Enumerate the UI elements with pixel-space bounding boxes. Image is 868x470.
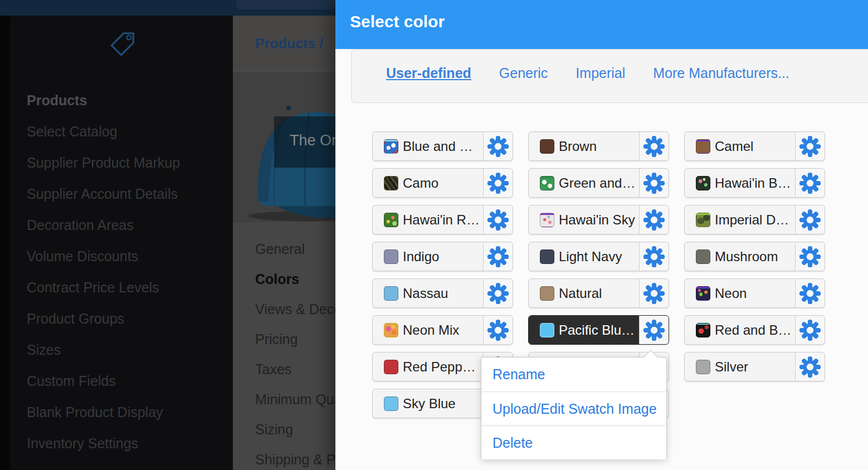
select-color-modal: Select color User-definedGenericImperial…	[335, 0, 868, 470]
product-section-nav-item[interactable]: Views & Deco	[233, 294, 335, 324]
color-settings-button[interactable]	[639, 316, 669, 344]
sidebar-item[interactable]: Custom Fields	[0, 365, 233, 396]
color-option-label-area[interactable]: Brown	[529, 132, 639, 160]
product-detail-panel: Products / The Ori GeneralColorsViews & …	[233, 16, 335, 470]
color-settings-button[interactable]	[483, 242, 513, 271]
color-filter-tab[interactable]: More Manufacturers...	[653, 65, 789, 84]
color-option-name: Mushroom	[715, 249, 778, 265]
color-option-label-area[interactable]: Natural	[529, 279, 639, 307]
color-option-label-area[interactable]: Neon	[685, 279, 795, 307]
color-option[interactable]: Hawai'in B…	[684, 168, 825, 198]
color-option[interactable]: Brown	[528, 131, 669, 161]
color-filter-tab[interactable]: Generic	[499, 65, 548, 84]
color-swatch	[384, 213, 398, 227]
color-filter-tab[interactable]: User-defined	[386, 65, 471, 84]
product-section-nav-item[interactable]: Colors	[233, 264, 335, 294]
color-settings-button[interactable]	[483, 169, 513, 197]
color-option-label-area[interactable]: Camel	[685, 132, 795, 160]
color-option[interactable]: Light Navy	[528, 242, 669, 271]
sidebar-item[interactable]: Select Catalog	[0, 116, 233, 147]
sidebar-item[interactable]: Inventory Settings	[0, 428, 233, 459]
color-option-label-area[interactable]: Pacific Blu…	[529, 316, 639, 344]
sidebar-item-label: Product Groups	[27, 311, 124, 326]
sidebar-item-label: Sizes	[27, 342, 61, 358]
color-option-label-area[interactable]: Red and B…	[685, 316, 795, 344]
color-option-label-area[interactable]: Silver	[685, 352, 795, 381]
product-section-nav-item[interactable]: Minimum Qua	[233, 384, 335, 414]
color-option[interactable]: Mushroom	[684, 242, 825, 271]
sidebar-item[interactable]: Product Groups	[0, 303, 233, 334]
color-option[interactable]: Blue and …	[372, 131, 513, 161]
color-option-label-area[interactable]: Indigo	[373, 242, 483, 271]
color-option-label-area[interactable]: Light Navy	[529, 242, 639, 271]
search-input[interactable]	[236, 0, 335, 9]
color-option[interactable]: Silver	[684, 352, 825, 381]
product-section-nav-item[interactable]: Pricing	[233, 324, 335, 354]
color-settings-button[interactable]	[639, 279, 669, 307]
gear-icon	[799, 319, 821, 341]
color-option[interactable]: Camel	[684, 131, 825, 161]
color-option[interactable]: Pacific Blu…	[528, 315, 669, 345]
color-option-label-area[interactable]: Red Pepp…	[373, 352, 483, 381]
sidebar-item[interactable]: Volume Discounts	[0, 241, 233, 272]
color-settings-button[interactable]	[795, 352, 825, 381]
color-option-label-area[interactable]: Hawai'in B…	[685, 169, 795, 197]
color-option-label-area[interactable]: Camo	[373, 169, 483, 197]
color-option-label-area[interactable]: Blue and …	[373, 132, 483, 160]
color-option[interactable]: Indigo	[372, 242, 513, 271]
color-option[interactable]: Hawai'in Sky	[528, 205, 669, 234]
sidebar-item[interactable]: Contract Price Levels	[0, 272, 233, 303]
sidebar-item[interactable]: Sizes	[0, 334, 233, 365]
sidebar-item-label: Decoration Areas	[27, 217, 134, 233]
context-menu-item-label: Rename	[492, 366, 545, 382]
color-swatch	[384, 323, 398, 337]
color-option-label-area[interactable]: Imperial D…	[685, 205, 795, 234]
sidebar-item[interactable]: Products	[0, 85, 233, 116]
color-settings-button[interactable]	[795, 316, 825, 344]
color-option[interactable]: Neon	[684, 278, 825, 308]
product-section-nav-item[interactable]: Shipping & P	[233, 444, 335, 470]
color-settings-button[interactable]	[795, 279, 825, 307]
sidebar-item[interactable]: Supplier Product Markup	[0, 147, 233, 178]
product-section-nav-item[interactable]: Taxes	[233, 354, 335, 384]
color-option-label-area[interactable]: Hawai'in Sky	[529, 205, 639, 234]
breadcrumb[interactable]: Products /	[255, 36, 323, 52]
sidebar-item[interactable]: Supplier Account Details	[0, 178, 233, 209]
color-settings-button[interactable]	[795, 242, 825, 271]
color-option[interactable]: Hawai'in R…	[372, 205, 513, 234]
color-option[interactable]: Neon Mix	[372, 315, 513, 345]
color-option-label-area[interactable]: Neon Mix	[373, 316, 483, 344]
color-settings-button[interactable]	[795, 169, 825, 197]
sidebar-item[interactable]: Blank Product Display	[0, 396, 233, 428]
context-menu-item[interactable]: Rename	[481, 358, 666, 391]
color-swatch	[696, 249, 710, 264]
color-option[interactable]: Nassau	[372, 278, 513, 308]
color-settings-button[interactable]	[483, 316, 513, 344]
color-option-label-area[interactable]: Nassau	[373, 279, 483, 307]
color-settings-button[interactable]	[795, 205, 825, 234]
color-option-label-area[interactable]: Hawai'in R…	[373, 205, 483, 234]
context-menu-item[interactable]: Delete	[481, 425, 666, 459]
product-section-nav-item[interactable]: General	[233, 234, 335, 264]
context-menu-item[interactable]: Upload/Edit Swatch Image	[481, 391, 666, 425]
color-settings-button[interactable]	[483, 279, 513, 307]
color-settings-button[interactable]	[639, 132, 669, 160]
color-option[interactable]: Camo	[372, 168, 513, 198]
color-option[interactable]: Red and B…	[684, 315, 825, 345]
color-option-label-area[interactable]: Sky Blue	[373, 389, 483, 418]
color-settings-button[interactable]	[483, 205, 513, 234]
product-section-nav-item[interactable]: Sizing	[233, 414, 335, 444]
color-filter-tab[interactable]: Imperial	[576, 65, 625, 84]
color-option-label-area[interactable]: Mushroom	[685, 242, 795, 271]
color-settings-button[interactable]	[483, 132, 513, 160]
color-option[interactable]: Green and…	[528, 168, 669, 198]
color-settings-button[interactable]	[639, 169, 669, 197]
color-settings-button[interactable]	[639, 205, 669, 234]
color-option[interactable]: Natural	[528, 278, 669, 308]
sidebar-item[interactable]: Decoration Areas	[0, 209, 233, 241]
color-option-label-area[interactable]: Green and…	[529, 169, 639, 197]
color-settings-button[interactable]	[795, 132, 825, 160]
color-option[interactable]: Imperial D…	[684, 205, 825, 234]
color-settings-button[interactable]	[639, 242, 669, 271]
gear-icon	[643, 282, 665, 305]
